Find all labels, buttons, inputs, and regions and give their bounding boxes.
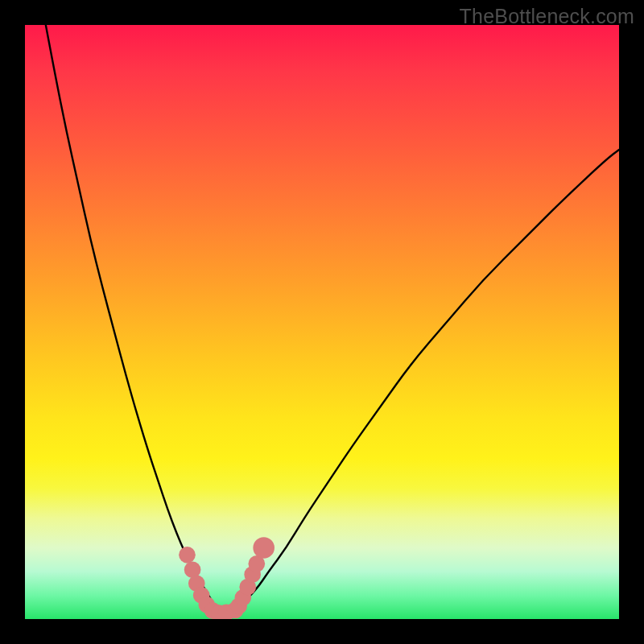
chart-frame: TheBottleneck.com xyxy=(0,0,644,644)
data-marker xyxy=(253,537,275,559)
data-marker xyxy=(179,547,196,564)
watermark-text: TheBottleneck.com xyxy=(460,5,634,28)
marker-layer xyxy=(25,25,619,619)
